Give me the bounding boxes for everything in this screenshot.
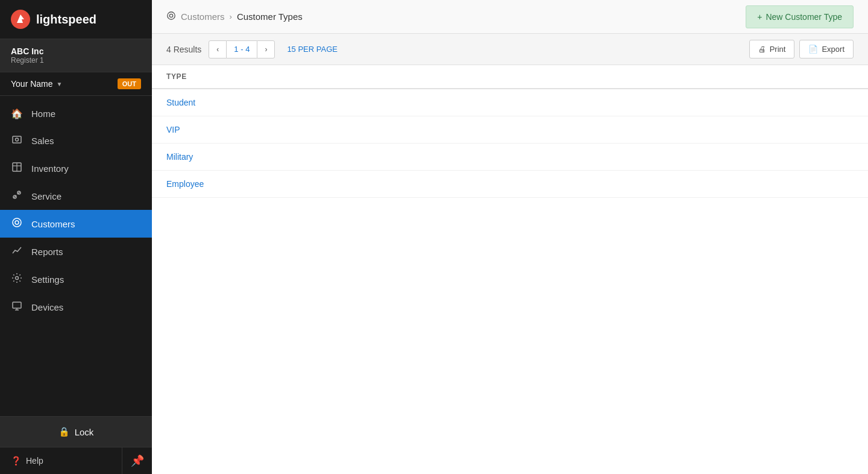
sidebar: lightspeed ABC Inc Register 1 Your Name … (0, 0, 152, 474)
svg-point-8 (13, 218, 21, 227)
sidebar-item-settings[interactable]: Settings (0, 265, 152, 293)
store-register: Register 1 (11, 56, 141, 65)
type-cell: VIP (152, 116, 868, 144)
sidebar-item-reports[interactable]: Reports (0, 238, 152, 265)
home-icon: 🏠 (11, 108, 23, 119)
help-button[interactable]: ❓ Help (0, 447, 122, 474)
svg-rect-1 (13, 136, 21, 143)
lock-icon: 🔒 (58, 426, 70, 437)
table-body: StudentVIPMilitaryEmployee (152, 89, 868, 198)
breadcrumb-separator: › (230, 12, 232, 21)
inventory-icon (11, 162, 23, 175)
new-customer-type-label: New Customer Type (766, 12, 842, 22)
sidebar-item-customers[interactable]: Customers (0, 210, 152, 238)
svg-point-14 (168, 11, 175, 19)
customer-types-table: TYPE StudentVIPMilitaryEmployee (152, 65, 868, 198)
type-column-header: TYPE (152, 65, 868, 89)
sidebar-item-reports-label: Reports (31, 247, 63, 257)
table-toolbar: 4 Results ‹ 1 - 4 › 15 PER PAGE 🖨 Print … (152, 34, 868, 65)
type-cell: Military (152, 144, 868, 171)
table-row[interactable]: VIP (152, 116, 868, 144)
sidebar-item-service-label: Service (31, 191, 61, 201)
lightspeed-logo-icon (11, 10, 30, 29)
prev-page-button[interactable]: ‹ (209, 40, 227, 58)
user-info[interactable]: Your Name ▼ (11, 79, 62, 89)
service-icon (11, 189, 23, 203)
customers-breadcrumb-icon (166, 11, 176, 23)
store-name: ABC Inc (11, 46, 141, 56)
next-page-button[interactable]: › (257, 40, 275, 58)
pin-button[interactable]: 📌 (122, 447, 152, 474)
sidebar-item-inventory[interactable]: Inventory (0, 154, 152, 182)
breadcrumb-parent[interactable]: Customers (181, 11, 225, 22)
export-icon: 📄 (808, 45, 818, 54)
svg-point-2 (16, 138, 19, 141)
sales-icon (11, 134, 23, 147)
out-badge[interactable]: OUT (118, 78, 141, 89)
help-row: ❓ Help 📌 (0, 447, 152, 474)
devices-icon (11, 300, 23, 314)
customers-icon (11, 217, 23, 230)
svg-point-9 (15, 221, 19, 224)
chevron-down-icon: ▼ (57, 81, 63, 87)
pagination: ‹ 1 - 4 › (209, 40, 275, 58)
type-cell: Student (152, 89, 868, 116)
main-content: Customers › Customer Types + New Custome… (152, 0, 868, 474)
pin-icon: 📌 (131, 454, 144, 467)
print-icon: 🖨 (758, 45, 766, 54)
breadcrumb: Customers › Customer Types (166, 11, 303, 23)
toolbar-left: 4 Results ‹ 1 - 4 › 15 PER PAGE (166, 40, 338, 58)
table-container: TYPE StudentVIPMilitaryEmployee (152, 65, 868, 474)
page-header: Customers › Customer Types + New Custome… (152, 0, 868, 34)
settings-icon (11, 273, 23, 286)
svg-point-10 (16, 277, 19, 280)
table-header: TYPE (152, 65, 868, 89)
per-page-selector[interactable]: 15 PER PAGE (287, 45, 338, 54)
sidebar-item-home-label: Home (31, 109, 55, 119)
table-row[interactable]: Student (152, 89, 868, 116)
print-button[interactable]: 🖨 Print (749, 40, 795, 58)
table-row[interactable]: Employee (152, 171, 868, 198)
sidebar-item-settings-label: Settings (31, 274, 64, 285)
toolbar-right: 🖨 Print 📄 Export (749, 40, 854, 58)
lock-label: Lock (75, 427, 94, 437)
sidebar-item-sales[interactable]: Sales (0, 127, 152, 154)
help-icon: ❓ (11, 456, 21, 466)
user-row: Your Name ▼ OUT (0, 72, 152, 96)
sidebar-item-home[interactable]: 🏠 Home (0, 101, 152, 127)
reports-icon (11, 245, 23, 258)
lock-button[interactable]: 🔒 Lock (0, 417, 152, 447)
sidebar-item-service[interactable]: Service (0, 182, 152, 210)
sidebar-item-sales-label: Sales (31, 136, 54, 146)
export-label: Export (822, 45, 844, 54)
export-button[interactable]: 📄 Export (799, 40, 854, 58)
user-name: Your Name (11, 79, 53, 89)
svg-point-15 (169, 14, 172, 17)
results-count: 4 Results (166, 45, 201, 54)
sidebar-bottom: 🔒 Lock ❓ Help 📌 (0, 416, 152, 474)
logo-area: lightspeed (0, 0, 152, 39)
plus-icon: + (757, 12, 762, 22)
type-cell: Employee (152, 171, 868, 198)
logo-text: lightspeed (36, 13, 96, 27)
sidebar-item-devices[interactable]: Devices (0, 293, 152, 321)
store-info: ABC Inc Register 1 (0, 39, 152, 72)
breadcrumb-current: Customer Types (237, 11, 303, 22)
table-row[interactable]: Military (152, 144, 868, 171)
sidebar-item-inventory-label: Inventory (31, 163, 69, 174)
sidebar-item-devices-label: Devices (31, 302, 63, 312)
nav-menu: 🏠 Home Sales Inventory (0, 96, 152, 416)
print-label: Print (770, 45, 786, 54)
sidebar-item-customers-label: Customers (31, 219, 75, 229)
svg-rect-11 (13, 302, 21, 308)
page-range: 1 - 4 (227, 40, 257, 58)
help-label: Help (26, 456, 43, 466)
new-customer-type-button[interactable]: + New Customer Type (746, 5, 854, 28)
